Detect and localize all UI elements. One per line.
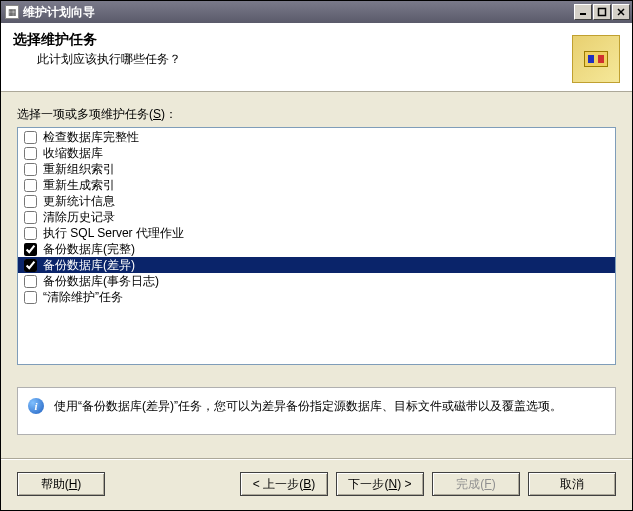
task-checkbox[interactable] [24,163,37,176]
titlebar: ▦ 维护计划向导 [1,1,632,23]
task-label: 清除历史记录 [43,210,115,224]
window-controls [574,4,630,20]
task-checkbox[interactable] [24,147,37,160]
button-bar: 帮助(H) < 上一步(B) 下一步(N) > 完成(F) 取消 [1,460,632,510]
header-title: 选择维护任务 [13,31,572,49]
task-checkbox[interactable] [24,243,37,256]
task-label: “清除维护”任务 [43,290,123,304]
task-label: 备份数据库(差异) [43,258,135,272]
app-icon: ▦ [5,5,19,19]
task-row[interactable]: 重新生成索引 [18,177,615,193]
finish-button: 完成(F) [432,472,520,496]
task-row[interactable]: 检查数据库完整性 [18,129,615,145]
body-panel: 选择一项或多项维护任务(S)： 检查数据库完整性收缩数据库重新组织索引重新生成索… [1,92,632,458]
window-title: 维护计划向导 [23,4,574,21]
task-row[interactable]: 更新统计信息 [18,193,615,209]
close-button[interactable] [612,4,630,20]
minimize-button[interactable] [574,4,592,20]
maximize-icon [597,7,607,17]
task-checkbox[interactable] [24,227,37,240]
help-button[interactable]: 帮助(H) [17,472,105,496]
task-description-text: 使用“备份数据库(差异)”任务，您可以为差异备份指定源数据库、目标文件或磁带以及… [54,398,605,414]
task-checkbox[interactable] [24,291,37,304]
task-description-box: i 使用“备份数据库(差异)”任务，您可以为差异备份指定源数据库、目标文件或磁带… [17,387,616,435]
wizard-header-icon [572,35,620,83]
header-text: 选择维护任务 此计划应该执行哪些任务？ [13,31,572,68]
task-label: 检查数据库完整性 [43,130,139,144]
task-list[interactable]: 检查数据库完整性收缩数据库重新组织索引重新生成索引更新统计信息清除历史记录执行 … [17,127,616,365]
task-checkbox[interactable] [24,195,37,208]
task-row[interactable]: 清除历史记录 [18,209,615,225]
header-subtitle: 此计划应该执行哪些任务？ [13,51,572,68]
task-row[interactable]: 重新组织索引 [18,161,615,177]
header-panel: 选择维护任务 此计划应该执行哪些任务？ [1,23,632,92]
minimize-icon [578,7,588,17]
task-checkbox[interactable] [24,179,37,192]
cancel-button[interactable]: 取消 [528,472,616,496]
task-row[interactable]: 备份数据库(完整) [18,241,615,257]
maximize-button[interactable] [593,4,611,20]
task-label: 重新生成索引 [43,178,115,192]
task-row[interactable]: “清除维护”任务 [18,289,615,305]
back-button[interactable]: < 上一步(B) [240,472,328,496]
task-label: 收缩数据库 [43,146,103,160]
task-row[interactable]: 执行 SQL Server 代理作业 [18,225,615,241]
task-checkbox[interactable] [24,131,37,144]
task-row[interactable]: 备份数据库(事务日志) [18,273,615,289]
task-label: 更新统计信息 [43,194,115,208]
task-label: 备份数据库(完整) [43,242,135,256]
info-icon: i [28,398,44,414]
task-checkbox[interactable] [24,259,37,272]
task-label: 重新组织索引 [43,162,115,176]
task-list-label: 选择一项或多项维护任务(S)： [17,106,616,123]
task-label: 执行 SQL Server 代理作业 [43,226,184,240]
wizard-window: ▦ 维护计划向导 选择维护任务 此计划应该执行哪些任务？ 选择一项或多项维护任务… [0,0,633,511]
task-row[interactable]: 备份数据库(差异) [18,257,615,273]
task-row[interactable]: 收缩数据库 [18,145,615,161]
next-button[interactable]: 下一步(N) > [336,472,424,496]
svg-rect-1 [599,9,606,16]
close-icon [616,7,626,17]
task-label: 备份数据库(事务日志) [43,274,159,288]
task-checkbox[interactable] [24,211,37,224]
task-checkbox[interactable] [24,275,37,288]
